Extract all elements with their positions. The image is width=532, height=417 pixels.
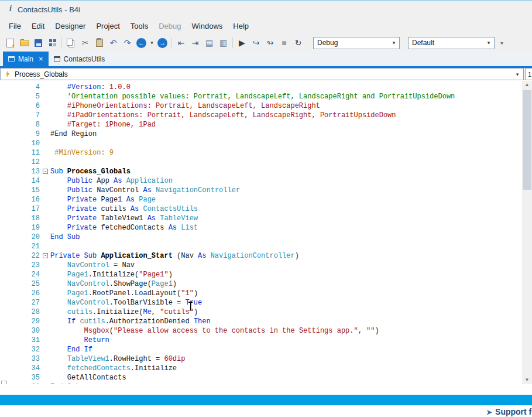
fold-column xyxy=(40,289,50,298)
fold-column xyxy=(40,345,50,354)
menu-debug[interactable]: Debug xyxy=(153,19,186,33)
code-text: 'Orientation possible values: Portrait, … xyxy=(50,92,455,101)
fold-column xyxy=(40,298,50,307)
back-icon[interactable]: ← xyxy=(136,38,146,48)
forward-icon[interactable]: → xyxy=(157,38,167,48)
uncomment-icon[interactable]: ▥ xyxy=(217,36,230,49)
window-title: ContactsUtils - B4i xyxy=(18,5,80,14)
run-icon[interactable]: ▶ xyxy=(235,36,249,49)
fold-collapse-icon[interactable]: - xyxy=(43,169,48,174)
line-number: 8 xyxy=(0,120,40,129)
scroll-down-icon[interactable]: ▼ xyxy=(522,376,532,384)
fold-column xyxy=(40,373,50,382)
stop-icon[interactable]: ■ xyxy=(277,36,291,49)
menu-designer[interactable]: Designer xyxy=(50,19,91,33)
fold-column xyxy=(40,83,50,92)
menu-project[interactable]: Project xyxy=(91,19,125,33)
tab-main[interactable]: Main× xyxy=(3,52,49,66)
save-icon[interactable] xyxy=(32,36,45,49)
line-number: 15 xyxy=(0,186,40,195)
indent-icon[interactable]: ⇥ xyxy=(188,36,202,49)
menu-file[interactable]: File xyxy=(4,19,26,33)
selected-sub-label: Process_Globals xyxy=(15,70,68,78)
code-text: fetchedContacts.Initialize xyxy=(50,364,177,373)
fold-column xyxy=(40,111,50,120)
paste-icon[interactable] xyxy=(92,36,106,49)
new-icon[interactable] xyxy=(4,36,17,49)
side-value-box[interactable]: 1 xyxy=(525,68,532,80)
code-line: 15 Public NavControl As NavigationContro… xyxy=(0,186,522,195)
code-text: Msgbox("Please allow access to the conta… xyxy=(50,326,379,336)
menu-tools[interactable]: Tools xyxy=(125,19,153,33)
code-line: 34 fetchedContacts.Initialize xyxy=(0,364,522,373)
code-text: Private fetchedContacts As List xyxy=(50,223,198,233)
support-link-text: Support for xyxy=(495,407,532,416)
menu-edit[interactable]: Edit xyxy=(26,19,50,33)
line-number: 33 xyxy=(0,354,40,364)
code-line: 19 Private fetchedContacts As List xyxy=(0,223,522,233)
line-number: 29 xyxy=(0,317,40,326)
tab-window-icon xyxy=(54,56,60,61)
code-text: Page1.Initialize("Page1") xyxy=(50,270,173,279)
fold-column xyxy=(40,176,50,186)
chevron-down-icon[interactable]: ▾ xyxy=(389,38,399,48)
line-number: 9 xyxy=(0,129,40,139)
chevron-down-icon[interactable]: ▾ xyxy=(484,38,493,48)
code-line: 12 xyxy=(0,158,522,167)
code-text: NavControl = Nav xyxy=(50,261,135,270)
toolbar-overflow-icon[interactable]: ▾ xyxy=(500,40,503,46)
build-config-combo[interactable]: Default ▾ xyxy=(408,37,495,49)
code-line: 22-Private Sub Application_Start (Nav As… xyxy=(0,251,522,261)
code-line: 16 Private Page1 As Page xyxy=(0,195,522,204)
ide-window: i ContactsUtils - B4i FileEditDesignerPr… xyxy=(0,0,532,417)
code-text: #Target: iPhone, iPad xyxy=(50,120,156,129)
tab-label: Main xyxy=(18,55,33,63)
code-line: 7 #iPadOrientations: Portrait, Landscape… xyxy=(0,111,522,120)
undo-icon[interactable]: ↶ xyxy=(107,36,120,49)
copy-icon[interactable] xyxy=(64,36,78,49)
close-icon[interactable]: × xyxy=(39,56,43,62)
debug-mode-combo[interactable]: Debug ▾ xyxy=(313,37,400,49)
resume-icon[interactable]: ↪ xyxy=(249,36,263,49)
line-number: 22 xyxy=(0,251,40,261)
code-line: 33 TableView1.RowHeight = 60dip xyxy=(0,354,522,364)
menu-help[interactable]: Help xyxy=(228,19,254,33)
fold-column xyxy=(40,261,50,270)
tab-label: ContactsUtils xyxy=(64,55,105,63)
restart-icon[interactable]: ↻ xyxy=(291,36,305,49)
line-number: 7 xyxy=(0,111,40,120)
code-text: Private Page1 As Page xyxy=(50,195,156,204)
back-menu-caret-icon[interactable]: ▾ xyxy=(149,36,155,49)
open-folder-icon[interactable] xyxy=(18,36,31,49)
step-over-icon[interactable]: ↬ xyxy=(263,36,277,49)
fold-column: - xyxy=(40,251,50,261)
fold-column xyxy=(40,242,50,251)
fold-column xyxy=(40,214,50,223)
line-number: 32 xyxy=(0,345,40,354)
code-text: Sub Process_Globals xyxy=(50,167,131,176)
tab-contactsutils[interactable]: ContactsUtils xyxy=(49,52,111,66)
code-editor[interactable]: 4 #Version: 1.0.05 'Orientation possible… xyxy=(0,81,522,384)
toolbar-separator xyxy=(232,37,233,48)
code-line: 4 #Version: 1.0.0 xyxy=(0,83,522,92)
code-line: 25 NavControl.ShowPage(Page1) xyxy=(0,279,522,289)
fold-column xyxy=(40,307,50,317)
code-text: #Version: 1.0.0 xyxy=(50,83,131,92)
modules-icon[interactable] xyxy=(46,36,59,49)
scroll-up-icon[interactable]: ▲ xyxy=(522,81,532,89)
cut-icon[interactable]: ✂ xyxy=(78,36,92,49)
chevron-down-icon[interactable]: ▾ xyxy=(513,69,522,79)
sub-selector-combo[interactable]: Process_Globals ▾ xyxy=(0,68,524,80)
redo-icon[interactable]: ↷ xyxy=(121,36,134,49)
code-line: 31 Return xyxy=(0,336,522,345)
outdent-icon[interactable]: ⇤ xyxy=(174,36,188,49)
line-number: 16 xyxy=(0,195,40,204)
scrollbar-thumb[interactable] xyxy=(523,90,531,190)
fold-collapse-icon[interactable]: - xyxy=(43,253,48,258)
vertical-scrollbar[interactable]: ▲ ▼ xyxy=(522,81,532,384)
menu-windows[interactable]: Windows xyxy=(187,19,228,33)
comment-icon[interactable]: ▤ xyxy=(202,36,216,49)
support-link[interactable]: ➤Support for xyxy=(486,407,532,416)
fold-column xyxy=(40,317,50,326)
line-number: 5 xyxy=(0,92,40,101)
